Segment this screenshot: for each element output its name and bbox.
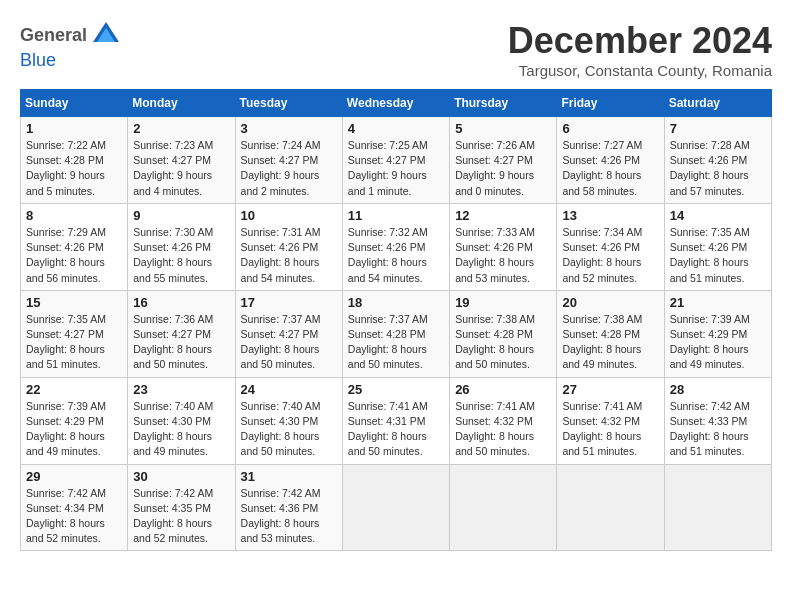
day-details: Sunrise: 7:38 AMSunset: 4:28 PMDaylight:…: [562, 312, 658, 373]
day-details: Sunrise: 7:39 AMSunset: 4:29 PMDaylight:…: [670, 312, 766, 373]
day-number: 5: [455, 121, 551, 136]
location-subtitle: Targusor, Constanta County, Romania: [508, 62, 772, 79]
calendar-day-cell: 21 Sunrise: 7:39 AMSunset: 4:29 PMDaylig…: [664, 290, 771, 377]
day-number: 21: [670, 295, 766, 310]
calendar-day-cell: 7 Sunrise: 7:28 AMSunset: 4:26 PMDayligh…: [664, 117, 771, 204]
day-number: 19: [455, 295, 551, 310]
calendar-day-cell: 25 Sunrise: 7:41 AMSunset: 4:31 PMDaylig…: [342, 377, 449, 464]
calendar-day-cell: 22 Sunrise: 7:39 AMSunset: 4:29 PMDaylig…: [21, 377, 128, 464]
weekday-header-tuesday: Tuesday: [235, 90, 342, 117]
weekday-header-thursday: Thursday: [450, 90, 557, 117]
day-number: 6: [562, 121, 658, 136]
logo-icon: [91, 20, 121, 50]
day-details: Sunrise: 7:35 AMSunset: 4:26 PMDaylight:…: [670, 225, 766, 286]
calendar-day-cell: 20 Sunrise: 7:38 AMSunset: 4:28 PMDaylig…: [557, 290, 664, 377]
weekday-header-row: SundayMondayTuesdayWednesdayThursdayFrid…: [21, 90, 772, 117]
calendar-day-cell: 3 Sunrise: 7:24 AMSunset: 4:27 PMDayligh…: [235, 117, 342, 204]
day-details: Sunrise: 7:25 AMSunset: 4:27 PMDaylight:…: [348, 138, 444, 199]
day-number: 23: [133, 382, 229, 397]
day-details: Sunrise: 7:35 AMSunset: 4:27 PMDaylight:…: [26, 312, 122, 373]
day-details: Sunrise: 7:33 AMSunset: 4:26 PMDaylight:…: [455, 225, 551, 286]
weekday-header-saturday: Saturday: [664, 90, 771, 117]
day-details: Sunrise: 7:40 AMSunset: 4:30 PMDaylight:…: [133, 399, 229, 460]
calendar-day-cell: 4 Sunrise: 7:25 AMSunset: 4:27 PMDayligh…: [342, 117, 449, 204]
calendar-day-cell: 9 Sunrise: 7:30 AMSunset: 4:26 PMDayligh…: [128, 203, 235, 290]
day-details: Sunrise: 7:42 AMSunset: 4:35 PMDaylight:…: [133, 486, 229, 547]
calendar-day-cell: 27 Sunrise: 7:41 AMSunset: 4:32 PMDaylig…: [557, 377, 664, 464]
day-details: Sunrise: 7:23 AMSunset: 4:27 PMDaylight:…: [133, 138, 229, 199]
calendar-body: 1 Sunrise: 7:22 AMSunset: 4:28 PMDayligh…: [21, 117, 772, 551]
logo-general-text: General: [20, 25, 87, 46]
calendar-day-cell: 28 Sunrise: 7:42 AMSunset: 4:33 PMDaylig…: [664, 377, 771, 464]
day-number: 29: [26, 469, 122, 484]
day-details: Sunrise: 7:22 AMSunset: 4:28 PMDaylight:…: [26, 138, 122, 199]
calendar-day-cell: 24 Sunrise: 7:40 AMSunset: 4:30 PMDaylig…: [235, 377, 342, 464]
calendar-week-row: 29 Sunrise: 7:42 AMSunset: 4:34 PMDaylig…: [21, 464, 772, 551]
calendar-day-cell: 31 Sunrise: 7:42 AMSunset: 4:36 PMDaylig…: [235, 464, 342, 551]
calendar-day-cell: 2 Sunrise: 7:23 AMSunset: 4:27 PMDayligh…: [128, 117, 235, 204]
day-details: Sunrise: 7:28 AMSunset: 4:26 PMDaylight:…: [670, 138, 766, 199]
calendar-day-cell: 16 Sunrise: 7:36 AMSunset: 4:27 PMDaylig…: [128, 290, 235, 377]
day-number: 25: [348, 382, 444, 397]
calendar-day-cell: 29 Sunrise: 7:42 AMSunset: 4:34 PMDaylig…: [21, 464, 128, 551]
day-number: 3: [241, 121, 337, 136]
day-details: Sunrise: 7:34 AMSunset: 4:26 PMDaylight:…: [562, 225, 658, 286]
calendar-week-row: 1 Sunrise: 7:22 AMSunset: 4:28 PMDayligh…: [21, 117, 772, 204]
day-details: Sunrise: 7:31 AMSunset: 4:26 PMDaylight:…: [241, 225, 337, 286]
day-number: 10: [241, 208, 337, 223]
day-number: 13: [562, 208, 658, 223]
day-details: Sunrise: 7:32 AMSunset: 4:26 PMDaylight:…: [348, 225, 444, 286]
calendar-day-cell: 19 Sunrise: 7:38 AMSunset: 4:28 PMDaylig…: [450, 290, 557, 377]
day-number: 24: [241, 382, 337, 397]
day-number: 8: [26, 208, 122, 223]
day-details: Sunrise: 7:41 AMSunset: 4:31 PMDaylight:…: [348, 399, 444, 460]
calendar-day-cell: 8 Sunrise: 7:29 AMSunset: 4:26 PMDayligh…: [21, 203, 128, 290]
weekday-header-monday: Monday: [128, 90, 235, 117]
day-number: 15: [26, 295, 122, 310]
weekday-header-sunday: Sunday: [21, 90, 128, 117]
day-details: Sunrise: 7:40 AMSunset: 4:30 PMDaylight:…: [241, 399, 337, 460]
day-number: 1: [26, 121, 122, 136]
day-number: 12: [455, 208, 551, 223]
day-number: 7: [670, 121, 766, 136]
day-number: 17: [241, 295, 337, 310]
calendar-day-cell: 5 Sunrise: 7:26 AMSunset: 4:27 PMDayligh…: [450, 117, 557, 204]
calendar-day-cell: 1 Sunrise: 7:22 AMSunset: 4:28 PMDayligh…: [21, 117, 128, 204]
day-details: Sunrise: 7:26 AMSunset: 4:27 PMDaylight:…: [455, 138, 551, 199]
day-details: Sunrise: 7:39 AMSunset: 4:29 PMDaylight:…: [26, 399, 122, 460]
day-number: 28: [670, 382, 766, 397]
day-details: Sunrise: 7:30 AMSunset: 4:26 PMDaylight:…: [133, 225, 229, 286]
day-number: 2: [133, 121, 229, 136]
calendar-day-cell: 12 Sunrise: 7:33 AMSunset: 4:26 PMDaylig…: [450, 203, 557, 290]
calendar-day-cell: 14 Sunrise: 7:35 AMSunset: 4:26 PMDaylig…: [664, 203, 771, 290]
day-number: 26: [455, 382, 551, 397]
day-number: 30: [133, 469, 229, 484]
day-details: Sunrise: 7:36 AMSunset: 4:27 PMDaylight:…: [133, 312, 229, 373]
day-details: Sunrise: 7:24 AMSunset: 4:27 PMDaylight:…: [241, 138, 337, 199]
day-details: Sunrise: 7:37 AMSunset: 4:27 PMDaylight:…: [241, 312, 337, 373]
day-details: Sunrise: 7:42 AMSunset: 4:34 PMDaylight:…: [26, 486, 122, 547]
calendar-day-cell: 6 Sunrise: 7:27 AMSunset: 4:26 PMDayligh…: [557, 117, 664, 204]
page-header: General Blue December 2024 Targusor, Con…: [20, 20, 772, 79]
day-number: 31: [241, 469, 337, 484]
calendar-day-cell: [450, 464, 557, 551]
day-details: Sunrise: 7:38 AMSunset: 4:28 PMDaylight:…: [455, 312, 551, 373]
day-number: 4: [348, 121, 444, 136]
calendar-day-cell: [557, 464, 664, 551]
day-details: Sunrise: 7:41 AMSunset: 4:32 PMDaylight:…: [562, 399, 658, 460]
day-details: Sunrise: 7:27 AMSunset: 4:26 PMDaylight:…: [562, 138, 658, 199]
day-number: 27: [562, 382, 658, 397]
calendar-day-cell: 18 Sunrise: 7:37 AMSunset: 4:28 PMDaylig…: [342, 290, 449, 377]
calendar-day-cell: 10 Sunrise: 7:31 AMSunset: 4:26 PMDaylig…: [235, 203, 342, 290]
day-number: 20: [562, 295, 658, 310]
day-details: Sunrise: 7:42 AMSunset: 4:33 PMDaylight:…: [670, 399, 766, 460]
day-details: Sunrise: 7:37 AMSunset: 4:28 PMDaylight:…: [348, 312, 444, 373]
day-details: Sunrise: 7:29 AMSunset: 4:26 PMDaylight:…: [26, 225, 122, 286]
calendar-day-cell: 30 Sunrise: 7:42 AMSunset: 4:35 PMDaylig…: [128, 464, 235, 551]
day-details: Sunrise: 7:42 AMSunset: 4:36 PMDaylight:…: [241, 486, 337, 547]
calendar-table: SundayMondayTuesdayWednesdayThursdayFrid…: [20, 89, 772, 551]
weekday-header-friday: Friday: [557, 90, 664, 117]
day-number: 18: [348, 295, 444, 310]
calendar-day-cell: [664, 464, 771, 551]
day-number: 11: [348, 208, 444, 223]
